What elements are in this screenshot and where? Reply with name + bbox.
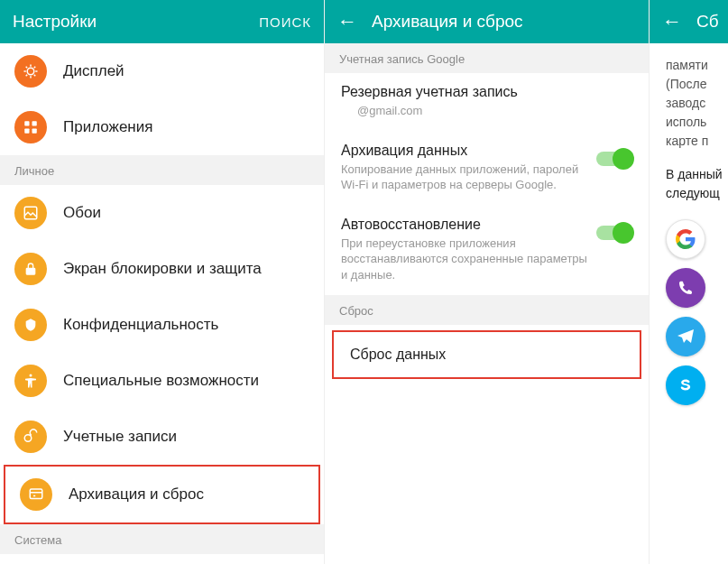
svg-rect-4 [32,129,37,134]
item-language[interactable]: Язык и ввод [0,554,324,564]
item-backup-reset[interactable]: Архивация и сброс [5,467,318,522]
svg-rect-1 [24,121,29,125]
svg-point-7 [24,435,32,442]
reset-detail-pane: ← Сб памяти (После заводс исполь карте п… [650,0,728,564]
item-display[interactable]: Дисплей [0,43,324,99]
settings-pane: Настройки поиск Дисплей Приложения Лично… [0,0,325,564]
item-label: Специальные возможности [63,372,259,390]
svg-point-6 [30,374,32,377]
setting-title: Автовосстановление [341,217,587,233]
text-paragraph: В данный следующ [666,165,728,203]
item-wallpaper[interactable]: Обои [0,185,324,241]
toggle-backup-data[interactable] [596,152,632,166]
item-label: Архивация и сброс [69,485,204,504]
item-label: Экран блокировки и защита [63,260,262,278]
back-icon[interactable]: ← [337,12,357,32]
item-privacy[interactable]: Конфиденциальность [0,297,324,353]
setting-sub: @gmail.com [341,103,632,119]
backup-icon [20,478,52,511]
highlight-backup-reset: Архивация и сброс [4,465,320,524]
toggle-auto-restore[interactable] [596,226,632,240]
appbar-title: Настройки [13,12,244,32]
text-line: (После [666,75,728,94]
item-reset-data[interactable]: Сброс данных [334,332,640,377]
svg-rect-2 [32,121,37,125]
privacy-icon [14,309,47,341]
setting-title: Резервная учетная запись [341,84,632,100]
back-icon[interactable]: ← [662,12,682,32]
app-icons-list [666,219,728,405]
item-label: Обои [63,204,101,222]
text-line: карте п [666,132,728,151]
item-label: Приложения [63,118,152,136]
svg-rect-3 [24,129,29,134]
setting-sub: При переустановке приложения восстанавли… [341,236,587,283]
section-google-account: Учетная запись Google [325,43,649,73]
svg-rect-8 [30,489,42,499]
setting-sub: Копирование данных приложений, паролей W… [341,162,587,193]
appbar-title: Сб [696,12,719,32]
appbar-backup: ← Архивация и сброс [325,0,649,43]
row-auto-restore[interactable]: Автовосстановление При переустановке при… [325,206,649,296]
appbar-settings: Настройки поиск [0,0,324,43]
item-accessibility[interactable]: Специальные возможности [0,353,324,409]
setting-title: Архивация данных [341,143,587,159]
appbar-reset: ← Сб [650,0,728,43]
lock-icon [14,253,47,285]
backup-reset-pane: ← Архивация и сброс Учетная запись Googl… [325,0,650,564]
text-line: заводс [666,94,728,113]
section-personal: Личное [0,155,324,185]
skype-icon [666,365,705,405]
section-reset: Сброс [325,295,649,325]
viber-icon [666,268,705,308]
reset-description: памяти (После заводс исполь карте п В да… [650,43,728,405]
section-system: Система [0,524,324,554]
display-icon [14,55,47,88]
row-backup-data[interactable]: Архивация данных Копирование данных прил… [325,132,649,206]
row-backup-account[interactable]: Резервная учетная запись @gmail.com [325,73,649,132]
item-label: Конфиденциальность [63,316,218,334]
text-line: исполь [666,113,728,132]
telegram-icon [666,317,705,356]
svg-point-0 [27,68,34,75]
item-label: Дисплей [63,62,124,80]
item-apps[interactable]: Приложения [0,99,324,155]
appbar-title: Архивация и сброс [372,12,636,32]
accessibility-icon [14,365,47,397]
highlight-reset-data: Сброс данных [332,330,641,379]
item-lockscreen[interactable]: Экран блокировки и защита [0,241,324,297]
google-icon [666,219,705,259]
search-action[interactable]: поиск [259,14,311,30]
item-label: Учетные записи [63,428,177,446]
item-accounts[interactable]: Учетные записи [0,409,324,465]
accounts-icon [14,421,47,453]
wallpaper-icon [14,197,47,229]
text-line: памяти [666,56,728,75]
apps-icon [14,111,47,143]
